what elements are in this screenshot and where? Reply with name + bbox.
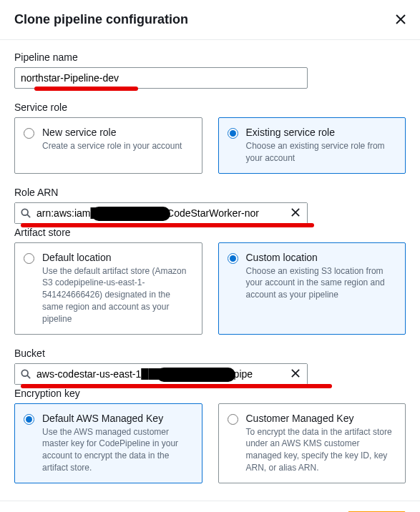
bucket-combo[interactable]	[14, 363, 308, 385]
clear-bucket-button[interactable]	[288, 366, 303, 382]
pipeline-name-label: Pipeline name	[14, 51, 406, 63]
close-button[interactable]	[396, 11, 406, 28]
custom-location-radio[interactable]	[228, 253, 238, 264]
dialog-title: Clone pipeline configuration	[14, 12, 188, 27]
dialog-body: Pipeline name Service role New service r…	[0, 40, 420, 501]
encryption-key-section: Encryption key Default AWS Managed Key U…	[14, 388, 406, 483]
radio-desc: Choose an existing S3 location from your…	[246, 265, 397, 301]
close-icon	[291, 369, 300, 378]
service-role-options: New service role Create a service role i…	[14, 117, 406, 174]
artifact-store-options: Default location Use the default artifac…	[14, 242, 406, 335]
customer-managed-key-card[interactable]: Customer Managed Key To encrypt the data…	[218, 403, 406, 483]
close-icon	[396, 14, 406, 24]
default-aws-key-radio[interactable]	[24, 414, 34, 425]
radio-desc: Create a service role in your account	[42, 140, 193, 152]
redaction-bar	[92, 207, 170, 221]
role-arn-section: Role ARN	[14, 187, 406, 224]
bucket-section: Bucket	[14, 348, 406, 385]
radio-title: Customer Managed Key	[246, 413, 397, 424]
radio-title: Custom location	[246, 252, 397, 263]
existing-service-role-radio[interactable]	[228, 128, 238, 139]
close-icon	[291, 208, 300, 217]
clear-role-arn-button[interactable]	[288, 205, 303, 221]
new-service-role-radio[interactable]	[24, 128, 34, 139]
bucket-label: Bucket	[14, 348, 406, 359]
redaction-bar	[157, 368, 235, 382]
customer-managed-key-radio[interactable]	[228, 414, 238, 425]
custom-location-card[interactable]: Custom location Choose an existing S3 lo…	[218, 242, 406, 335]
radio-title: Default location	[42, 252, 193, 263]
role-arn-combo[interactable]	[14, 202, 308, 224]
service-role-section: Service role New service role Create a s…	[14, 102, 406, 174]
annotation-redline	[34, 87, 138, 91]
radio-desc: To encrypt the data in the artifact stor…	[246, 426, 397, 474]
service-role-label: Service role	[14, 102, 406, 113]
clone-pipeline-dialog: Clone pipeline configuration Pipeline na…	[0, 0, 420, 512]
existing-service-role-card[interactable]: Existing service role Choose an existing…	[218, 117, 406, 174]
default-location-card[interactable]: Default location Use the default artifac…	[14, 242, 202, 335]
radio-desc: Use the default artifact store (Amazon S…	[42, 265, 193, 325]
new-service-role-card[interactable]: New service role Create a service role i…	[14, 117, 202, 174]
radio-desc: Use the AWS managed customer master key …	[42, 426, 193, 474]
radio-title: Default AWS Managed Key	[42, 413, 193, 424]
role-arn-label: Role ARN	[14, 187, 406, 198]
pipeline-name-input[interactable]	[14, 67, 308, 89]
dialog-footer: Cancel Clone	[0, 501, 420, 512]
pipeline-name-section: Pipeline name	[14, 51, 406, 89]
dialog-header: Clone pipeline configuration	[0, 0, 420, 40]
encryption-key-options: Default AWS Managed Key Use the AWS mana…	[14, 403, 406, 483]
radio-title: New service role	[42, 127, 193, 138]
artifact-store-section: Artifact store Default location Use the …	[14, 227, 406, 335]
radio-title: Existing service role	[246, 127, 397, 138]
artifact-store-label: Artifact store	[14, 227, 406, 238]
encryption-key-label: Encryption key	[14, 388, 406, 399]
default-location-radio[interactable]	[24, 253, 34, 264]
radio-desc: Choose an existing service role from you…	[246, 140, 397, 164]
default-aws-key-card[interactable]: Default AWS Managed Key Use the AWS mana…	[14, 403, 202, 483]
